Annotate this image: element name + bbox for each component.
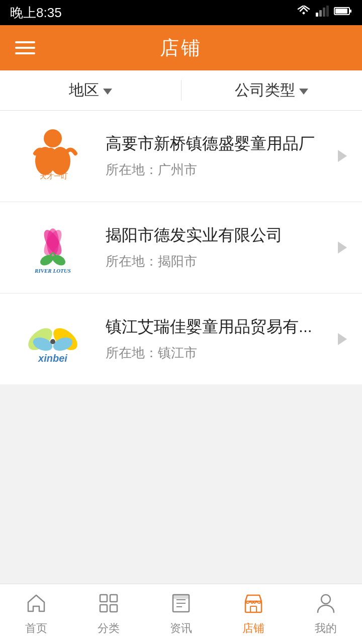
svg-rect-3	[326, 6, 329, 17]
region-filter[interactable]: 地区	[0, 80, 182, 101]
menu-button[interactable]	[15, 41, 35, 54]
store-name-1: 高要市新桥镇德盛婴童用品厂	[106, 133, 333, 154]
category-icon	[98, 592, 120, 618]
home-icon	[25, 592, 47, 618]
nav-label-store: 店铺	[242, 621, 264, 636]
company-type-filter[interactable]: 公司类型	[182, 80, 363, 101]
region-label: 地区	[69, 80, 99, 101]
store-name-3: 镇江艾瑞佳婴童用品贸易有...	[106, 316, 333, 338]
page-title: 店铺	[160, 35, 202, 61]
store-location-1: 所在地：广州市	[106, 161, 333, 179]
signal-icon	[316, 6, 329, 20]
svg-point-7	[44, 129, 62, 147]
svg-point-13	[47, 228, 59, 257]
bottom-nav: 首页 分类 资讯	[0, 584, 362, 644]
svg-point-34	[321, 595, 330, 604]
store-logo-1: 天才一叮	[15, 126, 90, 186]
store-icon	[242, 592, 264, 618]
nav-label-category: 分类	[98, 621, 120, 636]
svg-text:xinbei: xinbei	[38, 353, 67, 364]
store-item[interactable]: xinbei 镇江艾瑞佳婴童用品贸易有... 所在地：镇江市	[0, 294, 362, 384]
store-list: 天才一叮 高要市新桥镇德盛婴童用品厂 所在地：广州市 RIVER L	[0, 111, 362, 584]
svg-rect-1	[319, 10, 322, 17]
svg-rect-0	[316, 13, 318, 17]
nav-item-mine[interactable]: 我的	[290, 584, 362, 644]
svg-rect-24	[110, 595, 117, 602]
nav-item-store[interactable]: 店铺	[217, 584, 290, 644]
chevron-right-icon	[338, 333, 347, 345]
nav-item-news[interactable]: 资讯	[145, 584, 217, 644]
svg-text:天才一叮: 天才一叮	[40, 172, 68, 180]
svg-text:RIVER LOTUS: RIVER LOTUS	[34, 268, 71, 274]
nav-item-category[interactable]: 分类	[72, 584, 145, 644]
company-type-arrow-icon	[299, 89, 308, 95]
nav-label-home: 首页	[25, 621, 47, 636]
store-name-2: 揭阳市德发实业有限公司	[106, 225, 333, 246]
status-bar: 晚上8:35	[0, 0, 362, 25]
store-location-3: 所在地：镇江市	[106, 344, 333, 362]
status-time: 晚上8:35	[10, 4, 62, 22]
svg-rect-31	[173, 595, 189, 599]
store-item[interactable]: 天才一叮 高要市新桥镇德盛婴童用品厂 所在地：广州市	[0, 111, 362, 201]
store-info-1: 高要市新桥镇德盛婴童用品厂 所在地：广州市	[90, 133, 333, 179]
svg-rect-23	[100, 595, 107, 602]
chevron-right-icon	[338, 242, 347, 254]
filter-bar: 地区 公司类型	[0, 70, 362, 111]
svg-rect-26	[110, 605, 117, 612]
svg-rect-33	[250, 606, 256, 612]
company-type-label: 公司类型	[235, 80, 295, 101]
nav-label-news: 资讯	[170, 621, 192, 636]
status-icons	[297, 6, 352, 20]
chevron-right-icon	[338, 150, 347, 162]
svg-rect-5	[335, 9, 347, 14]
store-info-3: 镇江艾瑞佳婴童用品贸易有... 所在地：镇江市	[90, 316, 333, 362]
store-logo-3: xinbei	[15, 309, 90, 369]
wifi-icon	[297, 6, 311, 20]
svg-rect-25	[100, 605, 107, 612]
mine-icon	[315, 592, 337, 618]
svg-rect-6	[350, 10, 351, 13]
store-logo-2: RIVER LOTUS	[15, 217, 90, 278]
store-location-2: 所在地：揭阳市	[106, 253, 333, 270]
battery-icon	[334, 6, 352, 19]
store-info-2: 揭阳市德发实业有限公司 所在地：揭阳市	[90, 225, 333, 271]
app-header: 店铺	[0, 25, 362, 70]
nav-item-home[interactable]: 首页	[0, 584, 72, 644]
news-icon	[170, 592, 192, 618]
svg-point-21	[50, 339, 55, 344]
region-arrow-icon	[103, 89, 112, 95]
store-item[interactable]: RIVER LOTUS 揭阳市德发实业有限公司 所在地：揭阳市	[0, 202, 362, 293]
nav-label-mine: 我的	[315, 621, 337, 636]
svg-rect-2	[323, 8, 325, 17]
